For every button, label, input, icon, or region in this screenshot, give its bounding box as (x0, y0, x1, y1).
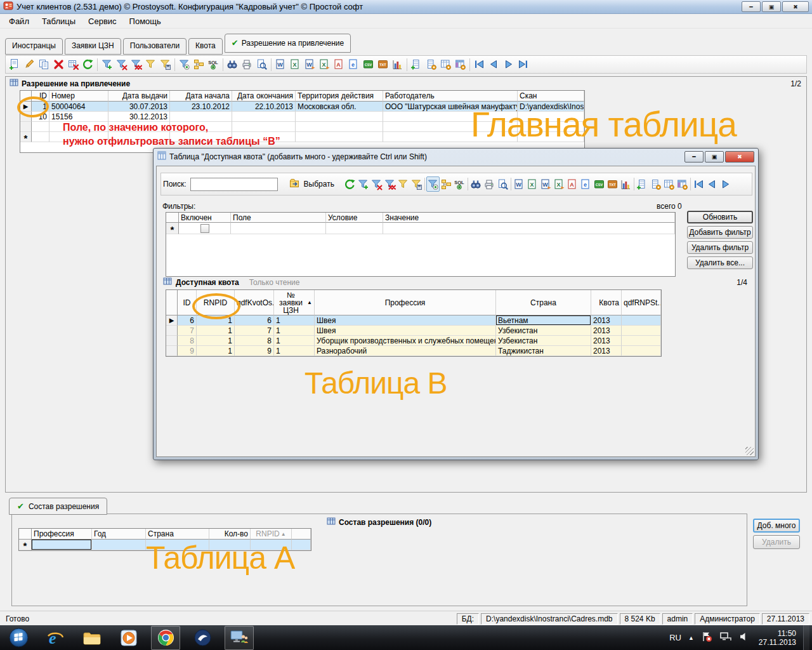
nav-last-icon[interactable] (516, 57, 530, 72)
start-button[interactable] (4, 626, 33, 650)
filter-remove-all-icon[interactable] (129, 57, 143, 72)
refresh-filters-button[interactable]: Обновить (687, 211, 753, 223)
filter-tree-icon[interactable] (192, 57, 206, 72)
add-filter-button[interactable]: Добавить фильтр (687, 226, 753, 239)
filter-remove-icon[interactable] (370, 176, 383, 192)
column-header[interactable]: Страна (146, 529, 209, 540)
export-csv-icon[interactable]: CSV (593, 176, 606, 192)
ie-icon[interactable]: e (41, 626, 70, 650)
export-word-icon[interactable]: W (273, 57, 288, 72)
column-header[interactable]: Работодатель (383, 91, 518, 102)
table-view-icon[interactable] (438, 57, 453, 72)
subtable-props-icon[interactable] (649, 176, 662, 192)
tab-5[interactable]: ✔Разрешение на привлечение (225, 34, 351, 53)
nav-first-icon[interactable] (472, 57, 487, 72)
close-button[interactable]: ✖ (782, 1, 809, 12)
filter-open-icon[interactable] (143, 57, 158, 72)
taskbar-clock[interactable]: 11:50 27.11.2013 (759, 629, 796, 647)
tab-4[interactable]: Квота (188, 38, 223, 55)
export-word-merge-icon[interactable]: W (303, 57, 317, 72)
export-excel-merge-icon[interactable]: X (553, 176, 566, 192)
filter-enabled-checkbox[interactable] (200, 224, 209, 233)
table-props-icon[interactable] (453, 57, 468, 72)
column-header[interactable]: Включен (179, 213, 231, 223)
refresh-icon[interactable] (81, 57, 95, 72)
subtable-add-icon[interactable] (636, 176, 649, 192)
column-header[interactable]: Номер (49, 91, 108, 102)
delete-button[interactable]: Удалить (753, 535, 800, 549)
column-header[interactable]: Профессия (315, 290, 496, 315)
preview-icon[interactable] (496, 176, 509, 192)
filter-view-icon[interactable] (426, 176, 440, 192)
dialog-minimize-button[interactable]: ━ (684, 151, 704, 162)
filter-add-icon[interactable] (100, 57, 114, 72)
menu-item-4[interactable]: Помощь (123, 15, 167, 27)
menu-item-3[interactable]: Сервис (82, 15, 123, 27)
nav-prev-icon[interactable] (705, 176, 719, 192)
tab-2[interactable]: Заявки ЦЗН (65, 38, 121, 55)
table-props-icon[interactable] (676, 176, 689, 192)
export-access-icon[interactable]: A (566, 176, 579, 192)
export-excel-merge-icon[interactable]: X (317, 57, 332, 72)
filter-save-icon[interactable] (158, 57, 173, 72)
nav-first-icon[interactable] (692, 176, 705, 192)
table-row[interactable]: ▶6161ШвеяВьетнам2013 (166, 315, 661, 326)
export-email-icon[interactable]: e (579, 176, 593, 192)
minimize-button[interactable]: ━ (742, 1, 761, 12)
search-icon[interactable] (469, 176, 483, 192)
dialog-close-button[interactable]: ✖ (725, 151, 754, 162)
column-header[interactable]: Страна (496, 290, 591, 315)
copy-record-icon[interactable] (37, 57, 51, 72)
subtable-add-icon[interactable] (409, 57, 424, 72)
menu-item-2[interactable]: Таблицы (36, 15, 82, 27)
column-header[interactable]: Профессия (32, 529, 92, 540)
restore-button[interactable]: ▣ (762, 1, 781, 12)
chart-icon[interactable] (390, 57, 405, 72)
column-header[interactable]: Поле (231, 213, 326, 223)
preview-icon[interactable] (254, 57, 269, 72)
table-row[interactable]: 8181Уборщик производственных и служебных… (166, 336, 661, 346)
add-record-icon[interactable] (8, 57, 22, 72)
delete-record-icon[interactable] (51, 57, 66, 72)
nav-next-icon[interactable] (501, 57, 516, 72)
notes-app-icon[interactable] (188, 626, 217, 650)
chrome-icon[interactable] (151, 626, 180, 650)
print-icon[interactable] (483, 176, 496, 192)
resize-grip[interactable] (745, 447, 754, 455)
filter-add-icon[interactable] (357, 176, 370, 192)
export-word-icon[interactable]: W (513, 176, 526, 192)
filter-save-icon[interactable] (410, 176, 423, 192)
action-center-icon[interactable] (701, 631, 712, 644)
tab-3[interactable]: Пользователи (123, 38, 187, 55)
client-app-icon[interactable] (225, 626, 254, 650)
volume-icon[interactable] (739, 632, 749, 644)
column-header[interactable]: № заявки ЦЗН▲ (274, 290, 315, 315)
export-access-icon[interactable]: A (332, 57, 346, 72)
add-many-button[interactable]: Доб. много (753, 519, 800, 533)
remove-filter-button[interactable]: Удалить фильтр (687, 241, 753, 254)
column-header[interactable]: Скан (518, 91, 584, 102)
media-player-icon[interactable] (114, 626, 143, 650)
filter-open-icon[interactable] (396, 176, 410, 192)
subtable-props-icon[interactable] (424, 57, 438, 72)
column-header[interactable]: qdfKvotOs... (235, 290, 274, 315)
nav-prev-icon[interactable] (487, 57, 501, 72)
column-header[interactable]: Дата выдачи (108, 91, 170, 102)
column-header[interactable]: Территория действия (296, 91, 383, 102)
table-view-icon[interactable] (662, 176, 676, 192)
column-header[interactable]: Дата начала (170, 91, 232, 102)
delete-table-icon[interactable] (66, 57, 81, 72)
column-header[interactable]: qdfRNPSt... (622, 290, 661, 315)
table-row[interactable]: * (166, 223, 675, 234)
filter-tree-icon[interactable] (440, 176, 453, 192)
export-email-icon[interactable]: e (346, 57, 361, 72)
show-desktop-button[interactable] (803, 625, 809, 650)
column-header[interactable]: Кол-во (209, 529, 251, 540)
tab-sostav-razresheniya[interactable]: ✔ Состав разрешения (9, 498, 107, 515)
filter-remove-icon[interactable] (114, 57, 129, 72)
export-excel-icon[interactable]: X (288, 57, 303, 72)
remove-all-filters-button[interactable]: Удалить все... (687, 256, 753, 269)
table-row[interactable]: 7171ШвеяУзбекистан2013 (166, 326, 661, 336)
nav-next-icon[interactable] (719, 176, 732, 192)
chart-icon[interactable] (619, 176, 632, 192)
